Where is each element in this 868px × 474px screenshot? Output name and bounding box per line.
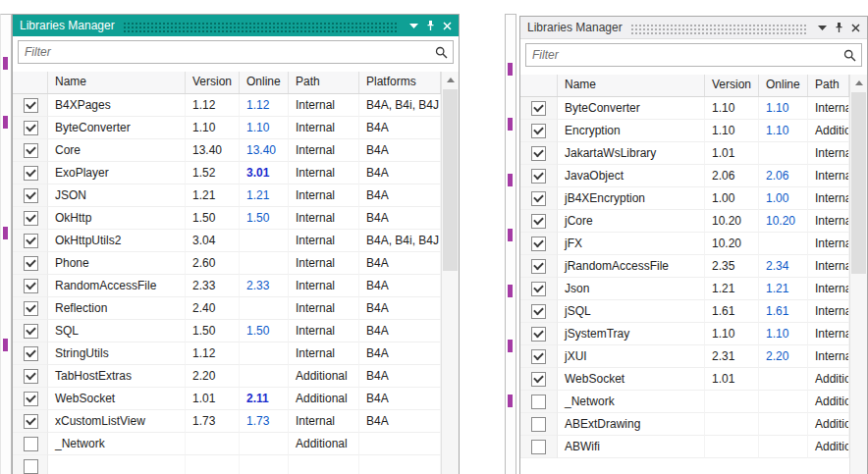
table-row[interactable]: JakartaWsLibrary1.01Internal (520, 142, 849, 165)
checkbox-unchecked[interactable] (531, 440, 546, 454)
table-row[interactable]: JSON1.211.21InternalB4A (13, 184, 441, 207)
table-row[interactable]: TabHostExtras2.20AdditionalB4A (13, 365, 441, 388)
cell-online[interactable]: 3.01 (240, 162, 289, 184)
table-row[interactable]: Json1.211.21Internal (520, 278, 849, 300)
column-header-path[interactable]: Path (289, 72, 359, 93)
column-header-name[interactable]: Name (558, 75, 705, 96)
checkbox-checked[interactable] (531, 304, 546, 319)
scrollbar-thumb[interactable] (851, 92, 866, 274)
checkbox-checked[interactable] (531, 124, 546, 138)
table-row[interactable]: Encryption1.101.10Additional (520, 120, 849, 142)
checkbox-unchecked[interactable] (531, 395, 546, 409)
checkbox-checked[interactable] (24, 234, 38, 248)
search-icon[interactable] (429, 46, 453, 59)
table-row[interactable]: xCustomListView1.731.73InternalB4A (13, 410, 441, 433)
table-row[interactable]: jSystemTray1.101.10Internal (520, 323, 849, 345)
checkbox-checked[interactable] (531, 214, 546, 229)
table-row[interactable]: _NetworkAdditional (520, 391, 849, 413)
table-row[interactable] (13, 455, 441, 474)
filter-input[interactable] (526, 44, 838, 66)
cell-online[interactable]: 1.00 (759, 187, 808, 210)
vertical-scrollbar[interactable] (849, 75, 867, 474)
close-button[interactable] (439, 18, 456, 33)
table-row[interactable]: ByteConverter1.101.10Internal (520, 97, 849, 120)
cell-online[interactable]: 1.50 (240, 320, 289, 342)
checkbox-checked[interactable] (24, 256, 38, 271)
cell-online[interactable]: 13.40 (240, 139, 289, 162)
checkbox-checked[interactable] (24, 211, 38, 226)
table-row[interactable]: jB4XEncryption1.001.00Internal (520, 187, 849, 210)
pin-button[interactable] (831, 20, 847, 35)
scrollbar-thumb[interactable] (443, 89, 458, 271)
cell-online[interactable]: 1.12 (240, 94, 289, 117)
checkbox-checked[interactable] (531, 327, 546, 342)
cell-online[interactable]: 2.11 (240, 388, 289, 410)
table-row[interactable]: SQL1.501.50InternalB4A (13, 320, 441, 342)
panel-titlebar[interactable]: Libraries Manager (520, 17, 867, 39)
panel-titlebar[interactable]: Libraries Manager (13, 15, 459, 36)
scroll-up-button[interactable] (850, 75, 867, 91)
cell-online[interactable]: 1.73 (240, 410, 289, 433)
checkbox-checked[interactable] (531, 237, 546, 251)
cell-online[interactable]: 10.20 (759, 210, 808, 233)
column-header-checkbox[interactable] (520, 75, 558, 96)
table-row[interactable]: ByteConverter1.101.10InternalB4A (13, 117, 441, 139)
cell-online[interactable]: 2.06 (759, 165, 808, 187)
table-row[interactable]: OkHttp1.501.50InternalB4A (13, 207, 441, 230)
checkbox-checked[interactable] (24, 301, 38, 316)
checkbox-checked[interactable] (531, 169, 546, 184)
checkbox-checked[interactable] (24, 98, 38, 113)
column-header-online[interactable]: Online (240, 72, 289, 93)
table-row[interactable]: jFX10.20Internal (520, 233, 849, 255)
checkbox-checked[interactable] (24, 166, 38, 181)
table-row[interactable]: JavaObject2.062.06Internal (520, 165, 849, 187)
pin-button[interactable] (422, 18, 439, 33)
checkbox-unchecked[interactable] (24, 437, 38, 451)
checkbox-unchecked[interactable] (24, 459, 38, 474)
cell-online[interactable]: 1.21 (240, 184, 289, 207)
close-button[interactable] (847, 20, 864, 35)
checkbox-checked[interactable] (531, 259, 546, 274)
checkbox-checked[interactable] (24, 121, 38, 135)
cell-online[interactable]: 1.61 (759, 300, 808, 323)
checkbox-checked[interactable] (531, 101, 546, 116)
column-header-online[interactable]: Online (759, 75, 808, 96)
cell-online[interactable]: 1.10 (759, 97, 808, 120)
checkbox-checked[interactable] (531, 146, 546, 161)
checkbox-unchecked[interactable] (531, 417, 546, 432)
column-header-version[interactable]: Version (705, 75, 759, 96)
table-row[interactable]: StringUtils1.12InternalB4A (13, 342, 441, 365)
cell-online[interactable]: 1.10 (759, 120, 808, 142)
table-row[interactable]: Phone2.60InternalB4A (13, 252, 441, 275)
search-icon[interactable] (838, 49, 861, 62)
table-row[interactable]: jRandomAccessFile2.352.34Internal (520, 255, 849, 278)
column-header-version[interactable]: Version (186, 72, 240, 93)
cell-online[interactable]: 1.50 (240, 207, 289, 230)
checkbox-checked[interactable] (24, 188, 38, 203)
table-row[interactable]: Core13.4013.40InternalB4A (13, 139, 441, 162)
column-header-checkbox[interactable] (13, 72, 48, 93)
table-row[interactable]: _NetworkAdditional (13, 433, 441, 455)
cell-online[interactable]: 2.34 (759, 255, 808, 278)
checkbox-checked[interactable] (24, 414, 38, 429)
table-row[interactable]: WebSocket1.012.11AdditionalB4A (13, 388, 441, 410)
cell-online[interactable]: 2.20 (759, 345, 808, 368)
table-row[interactable]: jCore10.2010.20Internal (520, 210, 849, 233)
checkbox-checked[interactable] (531, 191, 546, 206)
cell-online[interactable]: 1.10 (240, 117, 289, 139)
scroll-up-button[interactable] (442, 72, 459, 88)
table-row[interactable]: RandomAccessFile2.332.33InternalB4A (13, 275, 441, 297)
checkbox-checked[interactable] (24, 346, 38, 361)
checkbox-checked[interactable] (24, 143, 38, 158)
checkbox-checked[interactable] (24, 279, 38, 293)
table-row[interactable]: jSQL1.611.61Internal (520, 300, 849, 323)
filter-input[interactable] (19, 41, 429, 63)
table-row[interactable]: ExoPlayer1.523.01InternalB4A (13, 162, 441, 184)
cell-online[interactable]: 1.10 (759, 323, 808, 345)
cell-online[interactable]: 1.21 (759, 278, 808, 300)
checkbox-checked[interactable] (24, 392, 38, 406)
cell-online[interactable]: 2.33 (240, 275, 289, 297)
column-header-name[interactable]: Name (48, 72, 186, 93)
table-row[interactable]: B4XPages1.121.12InternalB4A, B4i, B4J (13, 94, 441, 117)
checkbox-checked[interactable] (24, 369, 38, 384)
